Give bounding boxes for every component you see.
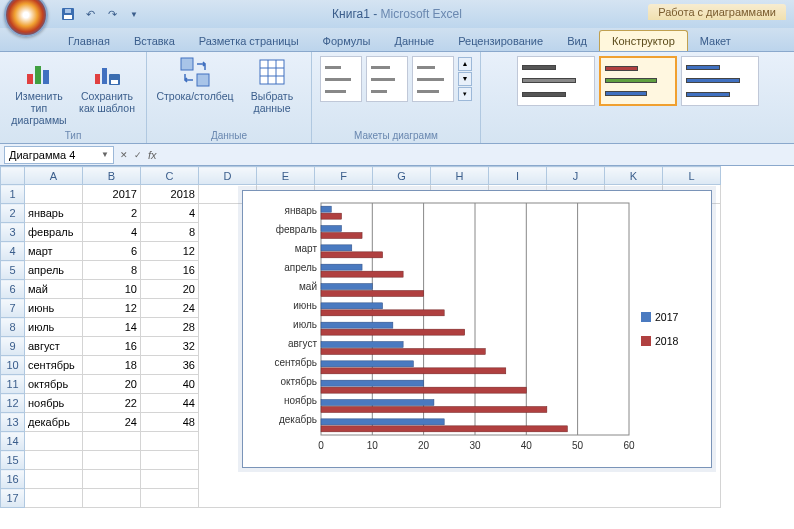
cell[interactable]: март	[25, 242, 83, 261]
cell[interactable]: 2017	[83, 185, 141, 204]
cell[interactable]	[25, 185, 83, 204]
row-header[interactable]: 10	[1, 356, 25, 375]
undo-icon[interactable]: ↶	[80, 4, 100, 24]
cell[interactable]	[141, 489, 199, 508]
namebox-dropdown-icon[interactable]: ▼	[101, 150, 109, 159]
tab-layout[interactable]: Макет	[688, 31, 743, 51]
row-header[interactable]: 7	[1, 299, 25, 318]
cell[interactable]: декабрь	[25, 413, 83, 432]
cell[interactable]: 24	[83, 413, 141, 432]
tab-view[interactable]: Вид	[555, 31, 599, 51]
row-header[interactable]: 8	[1, 318, 25, 337]
chart-plot-area[interactable]: январь февраль март апрель май июнь июль…	[251, 199, 635, 459]
save-icon[interactable]	[58, 4, 78, 24]
switch-row-column-button[interactable]: Строка/столбец	[155, 56, 235, 102]
style-option-3[interactable]	[681, 56, 759, 106]
select-data-button[interactable]: Выбрать данные	[241, 56, 303, 114]
tab-review[interactable]: Рецензирование	[446, 31, 555, 51]
embedded-chart[interactable]: январь февраль март апрель май июнь июль…	[242, 190, 712, 468]
cell[interactable]	[83, 432, 141, 451]
col-header[interactable]: C	[141, 167, 199, 185]
cell[interactable]: сентябрь	[25, 356, 83, 375]
row-header[interactable]: 14	[1, 432, 25, 451]
cell[interactable]	[25, 451, 83, 470]
col-header[interactable]: A	[25, 167, 83, 185]
change-chart-type-button[interactable]: Изменить тип диаграммы	[8, 56, 70, 126]
col-header[interactable]: G	[373, 167, 431, 185]
tab-formulas[interactable]: Формулы	[311, 31, 383, 51]
enter-icon[interactable]: ✓	[134, 150, 142, 160]
cell[interactable]: 18	[83, 356, 141, 375]
layout-option-2[interactable]	[366, 56, 408, 102]
select-all-button[interactable]	[1, 167, 25, 185]
cell[interactable]: 2018	[141, 185, 199, 204]
col-header[interactable]: D	[199, 167, 257, 185]
row-header[interactable]: 4	[1, 242, 25, 261]
layout-option-1[interactable]	[320, 56, 362, 102]
cell[interactable]: 20	[141, 280, 199, 299]
cell[interactable]: 12	[83, 299, 141, 318]
redo-icon[interactable]: ↷	[102, 4, 122, 24]
cell[interactable]	[25, 470, 83, 489]
cell[interactable]: 8	[83, 261, 141, 280]
cell[interactable]: 28	[141, 318, 199, 337]
cell[interactable]: 36	[141, 356, 199, 375]
cell[interactable]	[83, 451, 141, 470]
cell[interactable]: 10	[83, 280, 141, 299]
cell[interactable]: 16	[141, 261, 199, 280]
cell[interactable]: 32	[141, 337, 199, 356]
cell[interactable]: 48	[141, 413, 199, 432]
gallery-down-icon[interactable]: ▼	[458, 72, 472, 86]
gallery-more-icon[interactable]: ▾	[458, 87, 472, 101]
cell[interactable]: август	[25, 337, 83, 356]
cell[interactable]	[83, 489, 141, 508]
cell[interactable]: май	[25, 280, 83, 299]
row-header[interactable]: 3	[1, 223, 25, 242]
cell[interactable]: февраль	[25, 223, 83, 242]
cell[interactable]: апрель	[25, 261, 83, 280]
cell[interactable]	[141, 451, 199, 470]
tab-design[interactable]: Конструктор	[599, 30, 688, 51]
qat-dropdown-icon[interactable]: ▼	[124, 4, 144, 24]
layout-option-3[interactable]	[412, 56, 454, 102]
col-header[interactable]: K	[605, 167, 663, 185]
col-header[interactable]: F	[315, 167, 373, 185]
cell[interactable]: 12	[141, 242, 199, 261]
row-header[interactable]: 9	[1, 337, 25, 356]
row-header[interactable]: 13	[1, 413, 25, 432]
cell[interactable]: 24	[141, 299, 199, 318]
cell[interactable]: 16	[83, 337, 141, 356]
name-box[interactable]: Диаграмма 4▼	[4, 146, 114, 164]
row-header[interactable]: 6	[1, 280, 25, 299]
cell[interactable]	[83, 470, 141, 489]
col-header[interactable]: I	[489, 167, 547, 185]
cell[interactable]	[25, 432, 83, 451]
col-header[interactable]: J	[547, 167, 605, 185]
cell[interactable]: 14	[83, 318, 141, 337]
col-header[interactable]: E	[257, 167, 315, 185]
row-header[interactable]: 2	[1, 204, 25, 223]
cancel-icon[interactable]: ✕	[120, 150, 128, 160]
gallery-up-icon[interactable]: ▲	[458, 57, 472, 71]
cell[interactable]: октябрь	[25, 375, 83, 394]
tab-data[interactable]: Данные	[382, 31, 446, 51]
tab-page-layout[interactable]: Разметка страницы	[187, 31, 311, 51]
row-header[interactable]: 1	[1, 185, 25, 204]
cell[interactable]: 2	[83, 204, 141, 223]
cell[interactable]	[141, 470, 199, 489]
tab-home[interactable]: Главная	[56, 31, 122, 51]
chart-legend[interactable]: 2017 2018	[635, 199, 703, 459]
cell[interactable]	[25, 489, 83, 508]
save-as-template-button[interactable]: Сохранить как шаблон	[76, 56, 138, 114]
fx-icon[interactable]: fx	[148, 149, 157, 161]
cell[interactable]: 22	[83, 394, 141, 413]
cell[interactable]: июль	[25, 318, 83, 337]
cell[interactable]: 8	[141, 223, 199, 242]
cell[interactable]: 4	[141, 204, 199, 223]
cell[interactable]: 20	[83, 375, 141, 394]
col-header[interactable]: L	[663, 167, 721, 185]
style-option-1[interactable]	[517, 56, 595, 106]
formula-input[interactable]	[157, 146, 794, 164]
row-header[interactable]: 15	[1, 451, 25, 470]
col-header[interactable]: B	[83, 167, 141, 185]
